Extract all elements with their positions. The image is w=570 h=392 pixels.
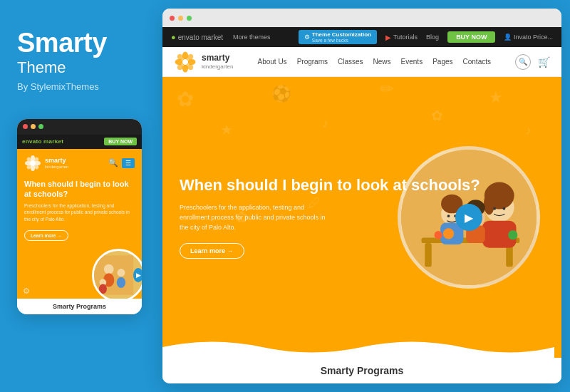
desktop-envato-bar: ● envato market More themes ⚙ Theme Cust… bbox=[162, 27, 561, 47]
svg-point-15 bbox=[99, 284, 107, 294]
mobile-play-button[interactable]: ▶ bbox=[133, 268, 142, 282]
desktop-nav-icons: 🔍 🛒 bbox=[515, 54, 550, 70]
desktop-site-nav: smarty kindergarten About Us Programs Cl… bbox=[162, 47, 561, 77]
svg-text:✏: ✏ bbox=[380, 79, 394, 98]
nav-classes[interactable]: Classes bbox=[338, 58, 363, 66]
mobile-nav-icons: 🔍 ☰ bbox=[108, 158, 135, 168]
desktop-site-logo: smarty kindergarten bbox=[174, 51, 233, 73]
hero-wave-divider bbox=[162, 336, 554, 358]
desktop-learn-more-button[interactable]: Learn more → bbox=[180, 243, 244, 259]
svg-point-12 bbox=[117, 269, 125, 277]
svg-point-25 bbox=[182, 59, 188, 65]
mobile-nav: smarty kindergarten 🔍 ☰ bbox=[17, 149, 142, 175]
mobile-logo-area: smarty kindergarten bbox=[24, 155, 68, 172]
desktop-nav-links: About Us Programs Classes News Events Pa… bbox=[257, 58, 491, 66]
desktop-footer-section: Smarty Programs bbox=[162, 358, 561, 383]
desktop-user-link[interactable]: 👤 Invato Price... bbox=[504, 33, 553, 41]
mobile-mockup: envato market BUY NOW bbox=[17, 119, 142, 314]
svg-point-18 bbox=[182, 64, 188, 72]
desktop-hero-left: When should I begin to look at schools? … bbox=[162, 162, 561, 273]
nav-programs[interactable]: Programs bbox=[297, 58, 328, 66]
desktop-dot-yellow bbox=[178, 16, 183, 21]
mobile-envato-bar: envato market BUY NOW bbox=[17, 135, 142, 149]
svg-text:♪: ♪ bbox=[322, 115, 328, 130]
desktop-dot-red bbox=[170, 16, 175, 21]
desktop-hero-section: ✿ ★ ⚽ ♪ ✏ ✿ ★ ♪ ♦ ✿ 🖊 ✿ ★ When should I … bbox=[162, 77, 561, 358]
left-panel: Smarty Theme By StylemixThemes envato ma… bbox=[0, 0, 162, 392]
svg-point-19 bbox=[175, 59, 183, 65]
mobile-hamburger-icon[interactable]: ☰ bbox=[122, 158, 135, 168]
mobile-search-icon[interactable]: 🔍 bbox=[108, 158, 118, 168]
desktop-hero-desc: Preschoolers for the application, testin… bbox=[180, 202, 329, 233]
desktop-hero-title: When should I begin to look at schools? bbox=[180, 176, 544, 195]
site-logo-text: smarty bbox=[202, 53, 233, 63]
theme-customization-badge: ⚙ Theme Customization Save a few bucks bbox=[299, 30, 377, 44]
mobile-learn-more-button[interactable]: Learn more → bbox=[24, 230, 68, 241]
buy-now-button-mobile[interactable]: BUY NOW bbox=[104, 138, 137, 145]
svg-point-17 bbox=[182, 51, 188, 59]
svg-point-10 bbox=[104, 264, 114, 274]
envato-logo-desktop: ● envato market bbox=[171, 33, 223, 41]
svg-text:✿: ✿ bbox=[431, 108, 443, 123]
mobile-hero-section: smarty kindergarten 🔍 ☰ When should I be… bbox=[17, 149, 142, 299]
dot-green bbox=[38, 124, 43, 129]
search-icon[interactable]: 🔍 bbox=[515, 54, 531, 70]
site-logo-icon bbox=[174, 51, 197, 73]
nav-news[interactable]: News bbox=[373, 58, 391, 66]
theme-title: Smarty Theme By StylemixThemes bbox=[17, 29, 107, 113]
nav-events[interactable]: Events bbox=[401, 58, 423, 66]
svg-point-20 bbox=[188, 59, 196, 65]
desktop-top-dots bbox=[162, 9, 561, 27]
desktop-more-themes[interactable]: More themes bbox=[233, 33, 271, 41]
site-logo-subtext: kindergarten bbox=[202, 63, 233, 70]
mobile-hero-desc: Preschoolers for the application, testin… bbox=[24, 202, 135, 222]
cart-icon[interactable]: 🛒 bbox=[538, 56, 550, 68]
nav-pages[interactable]: Pages bbox=[432, 58, 452, 66]
svg-text:✿: ✿ bbox=[177, 88, 194, 110]
mobile-children-illustration bbox=[94, 249, 133, 299]
tutorials-link[interactable]: ▶ Tutorials bbox=[385, 33, 418, 41]
desktop-programs-title: Smarty Programs bbox=[177, 365, 547, 376]
dot-yellow bbox=[31, 124, 36, 129]
mobile-settings-icon[interactable]: ⚙ bbox=[23, 287, 30, 296]
svg-point-13 bbox=[117, 277, 125, 288]
desktop-mockup: ● envato market More themes ⚙ Theme Cust… bbox=[162, 9, 561, 383]
svg-text:★: ★ bbox=[220, 122, 233, 138]
envato-logo-small: envato market bbox=[22, 138, 63, 145]
blog-link[interactable]: Blog bbox=[426, 33, 439, 41]
mobile-hero-title: When should I begin to look at schools? bbox=[24, 179, 135, 200]
nav-about[interactable]: About Us bbox=[257, 58, 286, 66]
mobile-programs-title: Smarty Programs bbox=[24, 303, 135, 310]
mobile-top-bar bbox=[17, 119, 142, 135]
svg-text:⚽: ⚽ bbox=[271, 84, 291, 103]
nav-contacts[interactable]: Contacts bbox=[463, 58, 491, 66]
mobile-logo-text: smarty bbox=[45, 158, 68, 165]
dot-red bbox=[23, 124, 28, 129]
mobile-logo-icon bbox=[24, 155, 41, 172]
mobile-logo-sub: kindergarten bbox=[45, 165, 68, 169]
svg-text:★: ★ bbox=[489, 88, 503, 106]
mobile-hero-image: ▶ bbox=[92, 249, 142, 299]
svg-text:♪: ♪ bbox=[525, 123, 532, 138]
desktop-dot-green bbox=[187, 16, 192, 21]
mobile-programs-section: Smarty Programs bbox=[17, 299, 142, 314]
mobile-hero-content: When should I begin to look at schools? … bbox=[17, 175, 142, 247]
buy-now-button-desktop[interactable]: BUY NOW bbox=[447, 31, 495, 43]
